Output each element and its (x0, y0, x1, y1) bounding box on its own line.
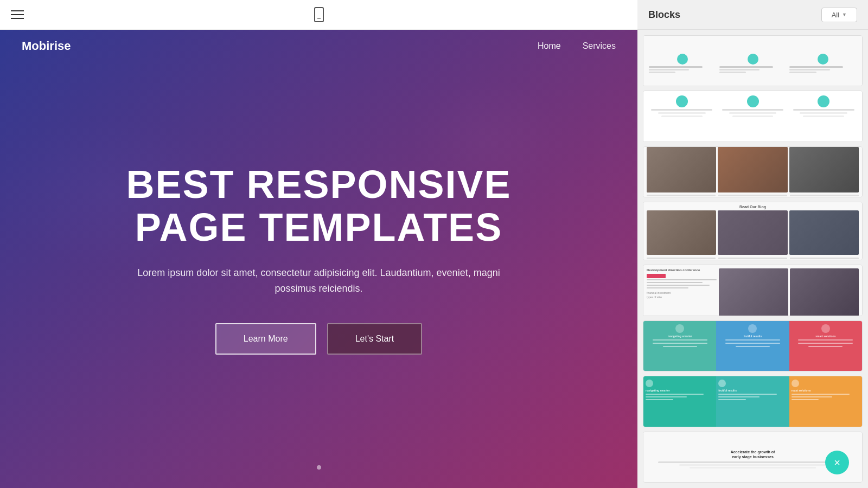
hero-title-line1: BEST RESPONSIVE (126, 163, 511, 206)
pf-item-2 (719, 54, 787, 74)
block-preview-blog-images (643, 147, 862, 197)
block-preview-news-mixed: Development direction conference financi… (643, 265, 862, 316)
blog-preview (643, 147, 862, 197)
col-red: smart solutions (789, 321, 862, 371)
blog-text-row (643, 195, 862, 197)
fl-col-3 (789, 95, 858, 117)
fl-col-2 (719, 95, 787, 117)
pf-item-1 (649, 54, 716, 74)
teal-col-2: fruitful results (716, 376, 789, 427)
teal-col-1: navigating smarter (643, 376, 716, 427)
carousel-dots (317, 462, 321, 472)
block-card-features-light[interactable] (643, 91, 863, 142)
block-card-news-mixed[interactable]: Development direction conference financi… (643, 265, 863, 316)
hero-content: BEST RESPONSIVE PAGE TEMPLATES Lorem ips… (0, 30, 637, 488)
main-canvas: Mobirise Home Services BEST RESPONSIVE P… (0, 0, 637, 488)
read-our-blog-title: Read Our Blog (643, 202, 862, 210)
blog-img-3 (789, 147, 859, 192)
preview-canvas: Mobirise Home Services BEST RESPONSIVE P… (0, 30, 637, 488)
hero-section: Mobirise Home Services BEST RESPONSIVE P… (0, 30, 637, 488)
mobile-preview-button[interactable] (314, 7, 324, 22)
card-title: Accelerate the growth ofearly stage busi… (731, 450, 775, 459)
block-card-read-our-blog[interactable]: Read Our Blog (643, 202, 863, 260)
pf-item-3 (789, 54, 857, 74)
hero-buttons: Learn More Let's Start (215, 323, 422, 355)
col-teal: navigating smarter (643, 321, 716, 371)
block-preview-features-icons (643, 36, 862, 86)
blog-img-2 (718, 147, 787, 192)
hero-title: BEST RESPONSIVE PAGE TEMPLATES (126, 163, 511, 249)
col-blue: fruitful results (716, 321, 789, 371)
block-preview-features-teal: navigating smarter fruitful results (643, 376, 862, 427)
panel-title: Blocks (648, 9, 680, 21)
teal-col-3: roast solutions (789, 376, 862, 427)
blog-img-1 (647, 147, 716, 192)
filter-dropdown[interactable]: All (821, 8, 857, 22)
block-preview-features-light (643, 91, 862, 142)
block-card-features-icons[interactable] (643, 35, 863, 86)
blocks-panel: Blocks All (637, 0, 868, 488)
block-card-features-colored[interactable]: navigating smarter fruitful results (643, 320, 863, 371)
block-preview-features-colored: navigating smarter fruitful results (643, 321, 862, 371)
block-card-blog-images[interactable] (643, 146, 863, 197)
hamburger-menu[interactable] (11, 10, 24, 19)
news-text-col: Development direction conference financi… (647, 268, 717, 316)
lets-start-button[interactable]: Let's Start (327, 323, 423, 355)
blocks-list[interactable]: Read Our Blog (637, 30, 868, 488)
block-preview-read-our-blog: Read Our Blog (643, 202, 862, 260)
panel-header: Blocks All (637, 0, 868, 30)
news-images-col (719, 268, 859, 316)
hero-subtitle: Lorem ipsum dolor sit amet, consectetur … (129, 265, 509, 297)
toolbar (0, 0, 637, 30)
hero-title-line2: PAGE TEMPLATES (135, 206, 502, 249)
carousel-dot-1[interactable] (317, 465, 321, 470)
fl-col-1 (648, 95, 716, 117)
block-card-features-teal[interactable]: navigating smarter fruitful results (643, 376, 863, 427)
close-panel-button[interactable]: × (825, 451, 849, 474)
learn-more-button[interactable]: Learn More (215, 323, 316, 355)
